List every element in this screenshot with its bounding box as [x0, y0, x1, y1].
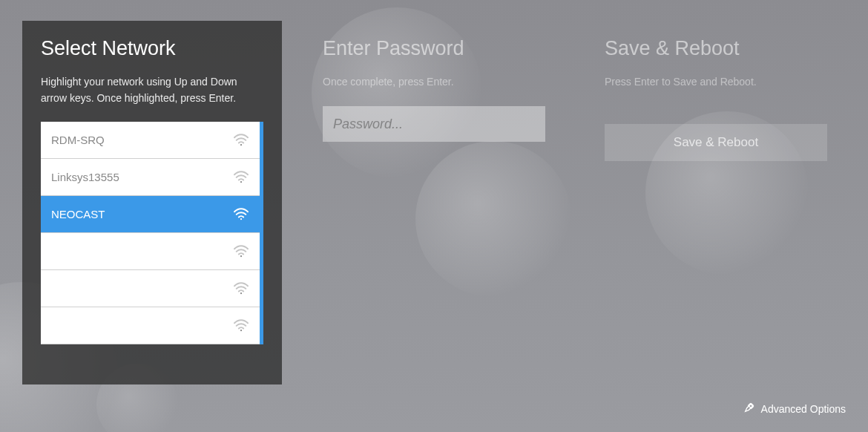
network-item[interactable]	[41, 233, 260, 270]
wifi-icon	[233, 281, 249, 295]
panel-subtitle: Once complete, press Enter.	[323, 73, 545, 90]
password-input[interactable]	[323, 106, 545, 142]
panel-title: Save & Reboot	[605, 37, 827, 60]
network-ssid: RDM-SRQ	[51, 134, 105, 146]
panel-subtitle: Press Enter to Save and Reboot.	[605, 73, 827, 90]
panel-title: Select Network	[41, 37, 263, 60]
svg-point-3	[240, 255, 242, 257]
network-item[interactable]	[41, 307, 260, 344]
save-reboot-button[interactable]: Save & Reboot	[605, 124, 827, 161]
wifi-icon	[233, 170, 249, 183]
panel-subtitle: Highlight your network using Up and Down…	[41, 73, 263, 107]
advanced-options-link[interactable]: Advanced Options	[743, 402, 846, 416]
network-list[interactable]: RDM-SRQLinksys13555NEOCAST	[41, 122, 263, 344]
svg-point-2	[240, 218, 242, 220]
svg-point-1	[240, 181, 242, 183]
network-ssid: NEOCAST	[51, 208, 105, 220]
panel-title: Enter Password	[323, 37, 545, 60]
save-reboot-label: Save & Reboot	[674, 135, 758, 150]
network-item[interactable]: Linksys13555	[41, 159, 260, 196]
panel-enter-password: Enter Password Once complete, press Ente…	[304, 21, 564, 384]
svg-point-4	[240, 292, 242, 294]
panel-select-network: Select Network Highlight your network us…	[22, 21, 282, 384]
network-item[interactable]: RDM-SRQ	[41, 122, 260, 159]
panel-save-reboot: Save & Reboot Press Enter to Save and Re…	[586, 21, 846, 384]
svg-point-0	[240, 144, 242, 145]
wifi-icon	[233, 318, 249, 332]
svg-point-5	[240, 330, 242, 331]
network-item[interactable]	[41, 270, 260, 307]
network-ssid: Linksys13555	[51, 171, 119, 183]
network-item[interactable]: NEOCAST	[41, 196, 260, 233]
advanced-options-label: Advanced Options	[761, 403, 846, 415]
wifi-icon	[233, 244, 249, 258]
tools-icon	[743, 402, 755, 416]
wifi-icon	[233, 207, 249, 220]
wifi-icon	[233, 133, 249, 146]
